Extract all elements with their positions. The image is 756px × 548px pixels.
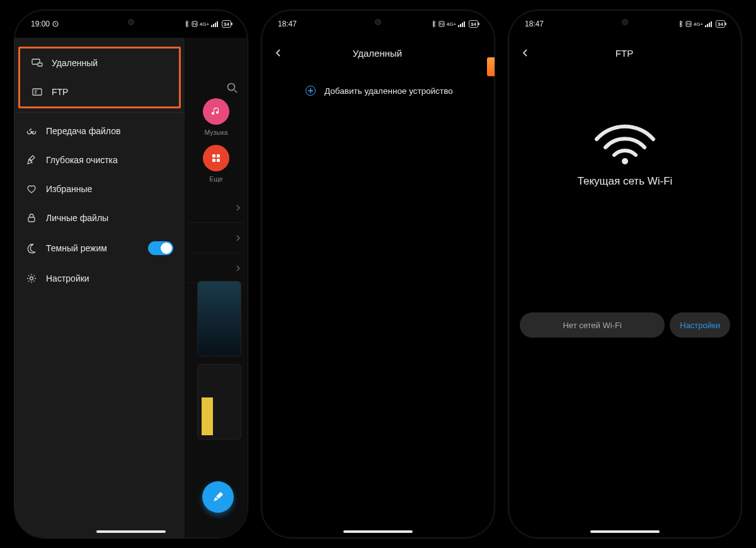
signal-icon — [211, 21, 220, 27]
music-icon — [210, 106, 222, 117]
drawer-label: Личные файлы — [46, 213, 108, 223]
svg-rect-24 — [709, 23, 710, 27]
darkmode-toggle[interactable] — [148, 241, 173, 255]
ftp-icon — [32, 86, 43, 98]
svg-rect-9 — [212, 159, 215, 162]
drawer-item-transfer[interactable]: Передача файлов — [14, 112, 185, 146]
no-wifi-pill: Нет сетей Wi-Fi — [520, 312, 665, 338]
list-row-peek — [188, 253, 244, 283]
svg-rect-3 — [213, 24, 214, 27]
bluetooth-icon — [185, 20, 190, 28]
status-time: 18:47 — [525, 20, 544, 28]
back-button[interactable] — [517, 45, 534, 61]
signal-label: 4G+ — [694, 21, 703, 27]
drawer-label: Удаленный — [52, 58, 98, 68]
svg-rect-23 — [707, 24, 708, 27]
bluetooth-icon — [432, 20, 437, 28]
svg-rect-20 — [464, 21, 465, 27]
drawer-label: Настройки — [46, 273, 89, 283]
wifi-status-block: Текущая сеть Wi-Fi — [508, 117, 742, 188]
drawer-label: Избранные — [46, 184, 92, 194]
action-row: Нет сетей Wi-Fi Настройки — [520, 312, 730, 338]
svg-rect-2 — [211, 25, 212, 27]
svg-point-6 — [228, 84, 235, 91]
status-time: 19:00 — [31, 20, 50, 28]
svg-rect-17 — [458, 25, 459, 27]
nav-indicator[interactable] — [96, 530, 166, 533]
svg-point-15 — [30, 277, 33, 280]
bluetooth-icon — [679, 20, 684, 28]
signal-icon — [458, 21, 467, 27]
drawer-item-ftp[interactable]: FTP — [20, 77, 179, 106]
svg-rect-18 — [460, 24, 461, 27]
monitor-icon — [32, 57, 43, 69]
camera-notch — [622, 19, 628, 25]
moon-icon — [26, 243, 37, 254]
tile-music[interactable]: Музыка — [203, 98, 229, 136]
svg-rect-13 — [33, 89, 42, 95]
drawer-item-favorites[interactable]: Избранные — [14, 174, 185, 203]
highlight-box: Удаленный FTP — [18, 47, 181, 108]
broom-icon — [26, 154, 37, 166]
status-time: 18:47 — [278, 20, 297, 28]
drawer-item-private[interactable]: Личные файлы — [14, 203, 185, 232]
signal-label: 4G+ — [447, 21, 456, 27]
drawer-label: FTP — [52, 87, 68, 97]
gear-icon — [26, 273, 37, 284]
wifi-settings-button[interactable]: Настройки — [670, 312, 730, 338]
screen-title: FTP — [534, 48, 733, 59]
svg-rect-19 — [462, 23, 463, 27]
clock-icon — [52, 21, 59, 27]
drawer-item-settings[interactable]: Настройки — [14, 264, 185, 293]
svg-rect-7 — [212, 154, 215, 157]
svg-rect-22 — [705, 25, 706, 27]
svg-rect-25 — [711, 21, 712, 27]
svg-rect-12 — [38, 63, 42, 66]
phone-screenshot-2: 18:47 4G+ 34 Удаленный Добавить удаленно… — [261, 9, 495, 539]
link-icon — [26, 125, 37, 137]
add-remote-label: Добавить удаленное устройство — [324, 86, 453, 96]
heart-icon — [26, 183, 37, 195]
battery-icon: 34 — [469, 20, 478, 28]
search-icon[interactable] — [226, 82, 239, 94]
drawer-item-darkmode[interactable]: Темный режим — [14, 232, 185, 264]
thumbnail[interactable] — [197, 364, 241, 440]
phone-screenshot-3: 18:47 4G+ 34 FTP Текущая сеть Wi-Fi Нет — [508, 9, 742, 539]
svg-rect-8 — [217, 154, 220, 157]
signal-label: 4G+ — [200, 21, 209, 27]
drawer-label: Темный режим — [46, 243, 107, 253]
back-button[interactable] — [270, 45, 287, 61]
svg-rect-4 — [215, 23, 216, 27]
current-network-label: Текущая сеть Wi-Fi — [578, 175, 673, 188]
nav-indicator[interactable] — [590, 530, 660, 533]
wifi-icon — [590, 117, 660, 168]
add-remote-device-button[interactable]: Добавить удаленное устройство — [306, 86, 453, 96]
signal-icon — [705, 21, 714, 27]
svg-rect-10 — [217, 159, 220, 162]
drawer-label: Глубокая очистка — [46, 155, 118, 165]
brush-icon — [211, 490, 225, 504]
drawer-item-remote[interactable]: Удаленный — [20, 49, 179, 77]
list-row-peek — [188, 223, 244, 253]
nfc-icon — [192, 21, 198, 27]
thumbnail[interactable] — [197, 281, 241, 357]
phone-screenshot-1: 19:00 4G+ 34 — [14, 9, 248, 539]
grid-icon — [211, 153, 221, 163]
screen-title: Удаленный — [287, 48, 486, 59]
drawer-item-cleanup[interactable]: Глубокая очистка — [14, 146, 185, 174]
lock-icon — [26, 212, 37, 224]
screen-header: Удаленный — [261, 38, 495, 68]
side-drawer: Удаленный FTP Передача файлов Глубокая о… — [14, 38, 185, 538]
svg-point-26 — [622, 158, 628, 164]
thumbnail-strip — [197, 281, 241, 440]
nav-indicator[interactable] — [343, 530, 413, 533]
camera-notch — [128, 19, 134, 25]
camera-notch — [375, 19, 381, 25]
list-row-peek — [188, 193, 244, 223]
clean-fab-button[interactable] — [202, 481, 234, 513]
nfc-icon — [438, 21, 445, 27]
tile-more[interactable]: Еще — [203, 145, 229, 183]
plus-icon — [306, 86, 316, 96]
nfc-icon — [685, 21, 692, 27]
svg-rect-14 — [28, 217, 35, 222]
